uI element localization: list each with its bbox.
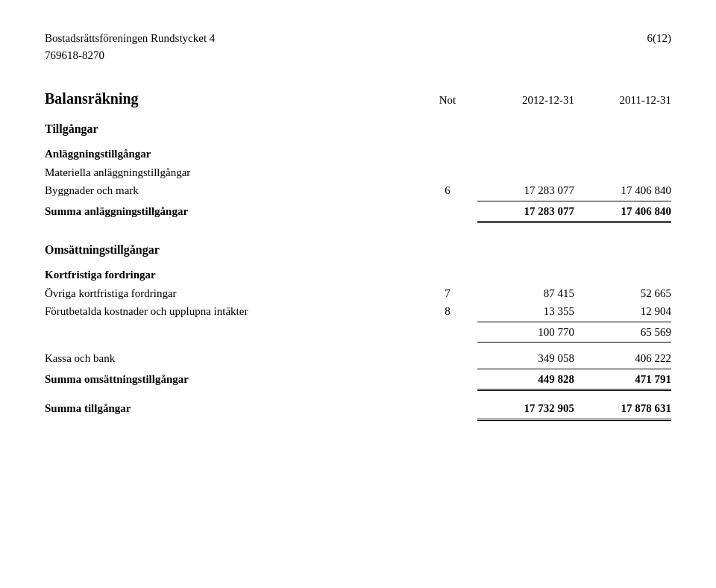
forutbetalda-2011: 12 904: [574, 303, 671, 320]
kortfristiga-underline: [45, 322, 671, 322]
summa-anlagg-2011: 17 406 840: [574, 203, 671, 220]
summa-omsatt-row: Summa omsättningstillgångar 449 828 471 …: [45, 371, 671, 388]
omsatt-double-underline: [45, 389, 671, 391]
subtotal-2011: 65 569: [574, 324, 671, 341]
forutbetalda-row: Förutbetalda kostnader och upplupna intä…: [45, 303, 671, 320]
subtotal-underline: [45, 342, 671, 343]
ovriga-label: Övriga kortfristiga fordringar: [45, 285, 418, 302]
org-info: Bostadsrättsföreningen Rundstycket 4 769…: [45, 30, 215, 63]
ovriga-not: 7: [418, 285, 477, 302]
forutbetalda-2012: 13 355: [477, 303, 574, 320]
tillgangar-heading: Tillgångar: [45, 120, 671, 138]
balansrakning-title: Balansräkning: [45, 87, 139, 110]
byggnader-2011: 17 406 840: [574, 182, 671, 199]
summa-tillgangar-label: Summa tillgångar: [45, 400, 418, 417]
anlagg-double-underline: [45, 221, 671, 223]
anlagg-heading: Anläggningstillgångar: [45, 146, 671, 163]
kassa-row: Kassa och bank 349 058 406 222: [45, 350, 671, 367]
byggnader-not: 6: [418, 182, 477, 199]
byggnader-row: Byggnader och mark 6 17 283 077 17 406 8…: [45, 182, 671, 199]
forutbetalda-label: Förutbetalda kostnader och upplupna intä…: [45, 303, 418, 320]
summa-anlagg-label: Summa anläggningstillgångar: [45, 203, 418, 220]
kassa-2012: 349 058: [477, 350, 574, 367]
summa-anlagg-row: Summa anläggningstillgångar 17 283 077 1…: [45, 203, 671, 220]
omsatt-heading: Omsättningstillgångar: [45, 241, 671, 259]
materiella-label: Materiella anläggningstillgångar: [45, 164, 671, 181]
kortfristiga-heading: Kortfristiga fordringar: [45, 266, 671, 284]
ovriga-2011: 52 665: [574, 285, 671, 302]
summa-omsatt-2011: 471 791: [574, 371, 671, 388]
kassa-underline: [45, 369, 671, 369]
subtotal-2012: 100 770: [477, 324, 574, 341]
summa-anlagg-2012: 17 283 077: [477, 203, 574, 220]
byggnader-2012: 17 283 077: [477, 182, 574, 199]
page-ref: 6(12): [647, 30, 672, 47]
ovriga-row: Övriga kortfristiga fordringar 7 87 415 …: [45, 285, 671, 302]
summa-omsatt-2012: 449 828: [477, 371, 574, 388]
byggnader-label: Byggnader och mark: [45, 182, 418, 199]
anlagg-underline: [45, 201, 671, 201]
materiella-row: Materiella anläggningstillgångar: [45, 164, 671, 181]
summa-tillgangar-2012: 17 732 905: [477, 400, 574, 417]
document-header: Bostadsrättsföreningen Rundstycket 4 769…: [45, 30, 671, 63]
summa-tillgangar-row: Summa tillgångar 17 732 905 17 878 631: [45, 400, 671, 417]
tillgangar-double-underline: [45, 419, 671, 421]
col-header-2012: 2012-12-31: [477, 92, 574, 109]
org-name: Bostadsrättsföreningen Rundstycket 4: [45, 30, 215, 47]
summa-tillgangar-2011: 17 878 631: [574, 400, 671, 417]
ovriga-2012: 87 415: [477, 285, 574, 302]
summa-omsatt-label: Summa omsättningstillgångar: [45, 371, 418, 388]
subtotal-row: 100 770 65 569: [45, 324, 671, 341]
col-header-not: Not: [418, 92, 477, 109]
kassa-label: Kassa och bank: [45, 350, 418, 367]
balansrakning-header: Balansräkning Not 2012-12-31 2011-12-31: [45, 87, 671, 110]
col-header-2011: 2011-12-31: [574, 92, 671, 109]
kassa-2011: 406 222: [574, 350, 671, 367]
forutbetalda-not: 8: [418, 303, 477, 320]
org-number: 769618-8270: [45, 47, 215, 64]
